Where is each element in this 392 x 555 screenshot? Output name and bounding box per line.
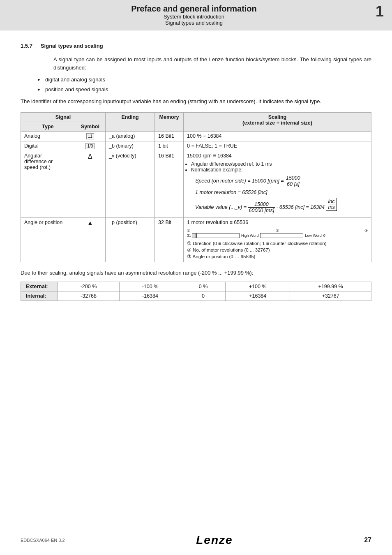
td-angular-symbol: Δ [75,151,105,217]
intro-paragraph-1: A signal type can be assigned to most in… [53,56,371,72]
res-int-val4: +16384 [226,291,290,301]
chapter-number: 1 [376,4,384,19]
footer-brand: Lenze [196,534,233,547]
th-scaling: Scaling (external size ≡ internal size) [184,112,371,131]
bit-cells-low [260,233,303,238]
angular-formula2: 1 motor revolution = 65536 [inc] [195,190,368,195]
res-label-internal: Internal: [21,291,58,301]
bit-label-31: 31 [187,234,191,238]
bit-circle2: ② [191,229,364,233]
td-digital-memory: 1 bit [155,141,184,151]
td-angular-type: Angulardifference orspeed (rot.) [21,151,75,217]
angular-scaling-main: 15000 rpm ≡ 16384 [187,153,232,159]
formula3-pre: Variable value (..._v) = [195,204,248,210]
td-angular-scaling: 15000 rpm ≡ 16384 Angular difference/spe… [184,151,371,217]
footer-doc-code: EDBCSXA064 EN 3.2 [21,538,65,543]
intro-paragraph-2: The identifier of the corresponding inpu… [21,97,371,106]
td-analog-ending: _a (analog) [106,131,155,141]
bit-label-0: 0 [323,234,325,238]
header-center: Preface and general information System b… [21,4,367,26]
res-ext-val1: -200 % [58,282,120,291]
section-heading: 1.5.7 Signal types and scaling [21,43,371,49]
td-analog-scaling: 100 % ≡ 16384 [184,131,371,141]
td-angular-memory: 16 Bit1 [155,151,184,217]
bit-diagram: ① ② ③ 31 [187,229,368,238]
res-ext-val3: 0 % [181,282,226,291]
res-label-external: External: [21,282,58,291]
position-notes: ① Direction (0 ≡ clockwise rotation; 1 ≡… [187,240,368,259]
high-word-label: High Word [241,234,258,238]
td-position-memory: 32 Bit [155,217,184,262]
res-int-val3: 0 [181,291,226,301]
page: Preface and general information System b… [0,0,392,555]
angular-formula3: Variable value (..._v) = 15000 60000 [ms… [195,198,368,213]
res-ext-val4: +100 % [226,282,290,291]
resolution-intro: Due to their scaling, analog signals hav… [21,269,371,277]
td-analog-type: Analog [21,131,75,141]
bit-row: 31 High Word [187,233,368,238]
resolution-table: External: -200 % -100 % 0 % +100 % +199.… [21,282,371,301]
content-area: 1.5.7 Signal types and scaling A signal … [0,30,392,326]
angular-note-bullet1: Angular difference/speed ref. to 1 ms [191,161,368,167]
bit-cell-highword [196,233,240,238]
res-ext-val2: -100 % [120,282,181,291]
angular-note-bullet2: Normalisation example: [191,167,368,173]
td-digital-scaling: 0 ≡ FALSE; 1 ≡ TRUE [184,141,371,151]
res-int-val2: -16384 [120,291,181,301]
low-word-label: Low Word [305,234,321,238]
td-angular-ending: _v (velocity) [106,151,155,217]
res-ext-val5: +199.99 % [290,282,371,291]
header-subtitle2: Signal types and scaling [21,20,367,26]
th-ending: Ending [106,112,155,131]
digital-symbol-box: 1/0 [85,143,95,149]
formula3-mid: · 65536 [inc] = 16384 [277,204,326,210]
angular-formula1: Speed (on motor side) = 15000 [rpm] = 15… [195,175,368,187]
footer: EDBCSXA064 EN 3.2 Lenze 27 [0,534,392,547]
bit-cells-high [192,233,240,238]
table-row-angular: Angulardifference orspeed (rot.) Δ _v (v… [21,151,371,217]
formula3-fraction: 15000 60000 [ms] [248,201,275,213]
td-position-scaling: 1 motor revolution ≡ 65536 ① ② ③ 31 [184,217,371,262]
td-analog-symbol: ±1 [75,131,105,141]
bit-cell-msb [192,233,196,238]
td-position-symbol: ▲ [75,217,105,262]
res-int-val5: +32767 [290,291,371,301]
bit-circle1: ① [187,229,190,233]
formula1-label: Speed (on motor side) = 15000 [rpm] = [195,178,285,183]
res-row-external: External: -200 % -100 % 0 % +100 % +199.… [21,282,371,291]
res-row-internal: Internal: -32768 -16384 0 +16384 +32767 [21,291,371,301]
td-digital-type: Digital [21,141,75,151]
bit-circle3: ③ [364,229,368,233]
th-memory: Memory [155,112,184,131]
td-position-type: Angle or position [21,217,75,262]
position-note2: ② No. of motor revolutions (0 ... 32767) [187,247,368,253]
td-analog-memory: 16 Bit1 [155,131,184,141]
th-signal: Signal [21,112,106,122]
td-digital-symbol: 1/0 [75,141,105,151]
bullet-item-2: position and speed signals [37,86,371,94]
formula1-fraction: 15000 60 [s] [285,175,301,187]
header-title: Preface and general information [21,4,367,14]
th-symbol: Symbol [75,122,105,131]
formula3-box: incms [326,198,337,211]
bullet-list: digital and analog signals position and … [37,76,371,93]
footer-page-number: 27 [364,536,371,544]
table-row-digital: Digital 1/0 _b (binary) 1 bit 0 ≡ FALSE;… [21,141,371,151]
td-position-ending: _p (position) [106,217,155,262]
bit-labels-top: ① ② ③ [187,229,368,233]
res-int-val1: -32768 [58,291,120,301]
position-note1: ① Direction (0 ≡ clockwise rotation; 1 ≡… [187,240,368,246]
section-number: 1.5.7 [21,43,32,49]
th-scaling-sub: (external size ≡ internal size) [242,120,312,126]
bullet-item-1: digital and analog signals [37,76,371,84]
td-digital-ending: _b (binary) [106,141,155,151]
signal-table: Signal Ending Memory Scaling (external s… [21,112,371,262]
header-subtitle1: System block introduction [21,14,367,20]
bit-cell-lowword [260,233,303,238]
formula3-box-text: incms [328,199,335,210]
formula2-text: 1 motor revolution = 65536 [inc] [195,190,267,195]
section-title: Signal types and scaling [41,43,103,49]
table-row-position: Angle or position ▲ _p (position) 32 Bit… [21,217,371,262]
position-note3: ③ Angle or position (0 … 65535) [187,254,368,259]
analog-symbol-box: ±1 [86,133,94,139]
